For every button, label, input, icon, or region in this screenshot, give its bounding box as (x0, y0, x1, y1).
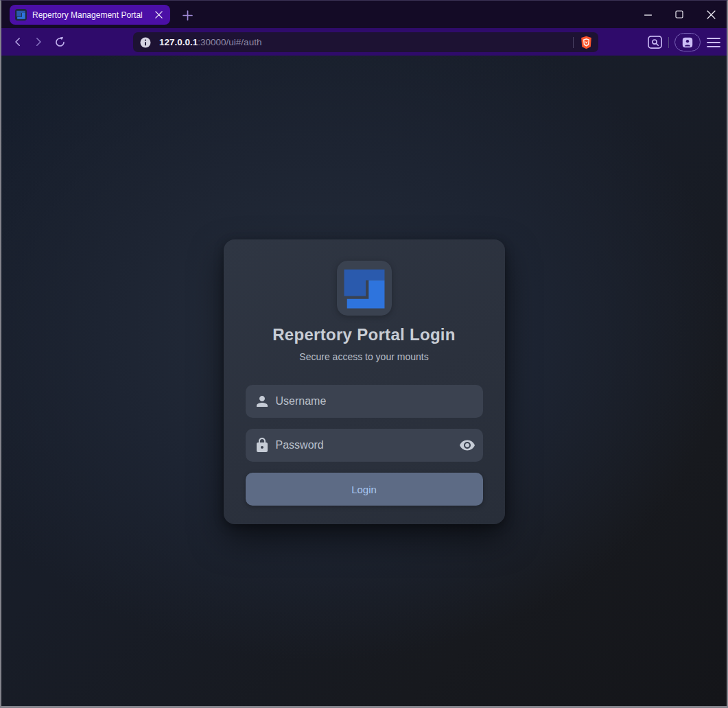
menu-icon[interactable] (706, 36, 721, 49)
page-subtitle: Secure access to your mounts (246, 351, 483, 362)
password-input[interactable] (246, 429, 483, 462)
toggle-password-visibility-button[interactable] (458, 437, 476, 453)
username-input[interactable] (246, 385, 483, 418)
page-content: Repertory Portal Login Secure access to … (1, 56, 727, 706)
login-button[interactable]: Login (246, 473, 483, 506)
browser-toolbar: 127.0.0.1:30000/ui#/auth (1, 28, 727, 56)
url-host: 127.0.0.1 (159, 37, 198, 47)
tab-repertory-portal[interactable]: Repertory Management Portal (10, 5, 170, 25)
tab-close-icon[interactable] (152, 9, 165, 21)
address-bar[interactable]: 127.0.0.1:30000/ui#/auth (133, 32, 598, 52)
tab-strip: Repertory Management Portal (1, 1, 727, 28)
url-display[interactable]: 127.0.0.1:30000/ui#/auth (159, 37, 567, 47)
tab-title: Repertory Management Portal (32, 10, 147, 20)
address-bar-divider (573, 37, 574, 48)
toolbar-right-icons (647, 32, 721, 52)
site-info-icon[interactable] (140, 37, 151, 48)
browser-window: Repertory Management Portal (0, 0, 728, 708)
new-tab-button[interactable] (180, 8, 195, 23)
minimize-button[interactable] (632, 1, 664, 28)
forward-button[interactable] (30, 34, 47, 50)
page-title: Repertory Portal Login (246, 325, 483, 344)
reload-button[interactable] (51, 34, 68, 50)
close-window-button[interactable] (695, 1, 727, 28)
profile-button[interactable] (674, 33, 701, 51)
repertory-logo-icon (337, 261, 392, 316)
window-controls (632, 1, 727, 28)
username-field-wrap (246, 385, 483, 418)
toolbar-divider (668, 37, 669, 48)
password-field-wrap (246, 429, 483, 462)
maximize-button[interactable] (664, 1, 695, 28)
favicon-repertory-logo-icon (15, 9, 27, 21)
login-card: Repertory Portal Login Secure access to … (224, 239, 505, 524)
sidebar-search-icon[interactable] (647, 35, 663, 49)
back-button[interactable] (10, 34, 26, 50)
url-path: :30000/ui#/auth (198, 37, 261, 47)
brave-shield-icon[interactable] (580, 36, 593, 49)
